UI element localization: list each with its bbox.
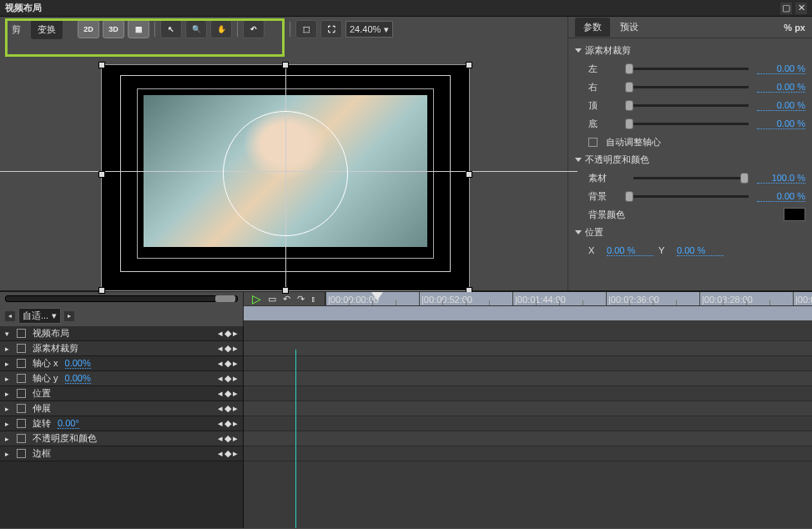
track-header[interactable]: ▸轴心 y0.00%◂◆▸ [0,371,243,386]
resize-handle[interactable] [98,171,105,178]
resize-handle[interactable] [466,171,472,178]
track-checkbox[interactable] [17,359,26,368]
group-source-crop[interactable]: 源素材裁剪 [575,42,805,59]
track-lane[interactable] [244,356,812,371]
next-key-icon[interactable]: ↷ [297,294,305,305]
value-opacity-bg[interactable]: 0.00 % [757,191,805,202]
value-crop-bottom[interactable]: 0.00 % [757,118,805,129]
hand-tool[interactable]: ✋ [210,20,232,38]
next-keyframe-icon[interactable]: ▸ [233,328,238,339]
track-header[interactable]: ▸位置◂◆▸ [0,386,243,401]
prev-keyframe-icon[interactable]: ◂ [218,373,223,384]
track-header[interactable]: ▾视频布局◂◆▸ [0,326,243,341]
next-keyframe-icon[interactable]: ▸ [233,448,238,459]
track-checkbox[interactable] [17,329,26,338]
prev-keyframe-icon[interactable]: ◂ [218,328,223,339]
resize-handle[interactable] [282,287,289,294]
value-opacity-material[interactable]: 100.0 % [757,173,805,184]
add-keyframe-icon[interactable]: ◆ [224,343,231,354]
track-value[interactable]: 0.00% [65,358,91,369]
track-header[interactable]: ▸伸展◂◆▸ [0,401,243,416]
slider-crop-bottom[interactable] [625,123,749,125]
slider-crop-top[interactable] [625,104,749,107]
graph-icon[interactable]: ⫾ [311,294,316,304]
add-keyframe-icon[interactable]: ◆ [224,388,231,399]
tab-presets[interactable]: 预设 [612,18,647,37]
prev-keyframe-icon[interactable]: ◂ [218,433,223,444]
fit-combo[interactable]: 自适...▾ [18,308,61,324]
resize-handle[interactable] [98,62,105,68]
grid-icon[interactable]: ▦ [128,20,149,38]
undo-icon[interactable]: ↶ [243,20,265,38]
track-header[interactable]: ▸不透明度和颜色◂◆▸ [0,431,243,446]
resize-handle[interactable] [466,62,472,68]
add-keyframe-icon[interactable]: ◆ [224,418,231,429]
track-header[interactable]: ▸边框◂◆▸ [0,446,243,461]
expand-icon[interactable]: ▸ [5,360,13,368]
resize-handle[interactable] [98,287,105,294]
add-keyframe-icon[interactable]: ◆ [224,403,231,414]
preview-canvas[interactable] [102,65,469,290]
track-checkbox[interactable] [17,419,26,428]
fit-icon[interactable]: ⬚ [295,20,317,38]
value-crop-right[interactable]: 0.00 % [757,82,805,93]
track-lane[interactable] [244,416,812,431]
tab-crop[interactable]: 剪 [5,20,28,39]
next-keyframe-icon[interactable]: ▸ [233,388,238,399]
track-header[interactable]: ▸轴心 x0.00%◂◆▸ [0,356,243,371]
expand-icon[interactable]: ▸ [5,345,13,353]
time-ruler[interactable]: |00:00:00:00|00:00:52:00|00:01:44:00|00:… [325,292,812,305]
mode-2d-button[interactable]: 2D [78,20,99,38]
tab-transform[interactable]: 变换 [31,20,63,39]
expand-icon[interactable]: ▸ [5,375,13,383]
expand-icon[interactable]: ▾ [5,330,13,338]
track-lane[interactable] [244,431,812,446]
expand-icon[interactable]: ▸ [5,420,13,428]
zoom-dropdown[interactable]: 24.40% ▾ [345,21,393,38]
prev-key-icon[interactable]: ↶ [283,294,290,305]
track-checkbox[interactable] [17,449,26,458]
rotation-gizmo[interactable] [223,111,348,236]
expand-icon[interactable]: ▸ [5,405,13,413]
next-keyframe-icon[interactable]: ▸ [233,403,238,414]
track-header[interactable]: ▸源素材裁剪◂◆▸ [0,341,243,356]
group-position[interactable]: 位置 [575,224,805,241]
track-value[interactable]: 0.00% [65,373,91,384]
track-checkbox[interactable] [17,374,26,383]
slider-opacity-material[interactable] [633,177,749,179]
add-keyframe-icon[interactable]: ◆ [224,328,231,339]
slider-crop-right[interactable] [625,86,749,88]
play-button[interactable]: ▷ [252,292,261,305]
mode-3d-button[interactable]: 3D [103,20,124,38]
close-button[interactable]: ✕ [795,3,807,14]
scroll-right-icon[interactable]: ▸ [64,311,74,321]
playhead-line[interactable] [295,350,296,528]
value-pos-y[interactable]: 0.00 % [677,245,724,256]
slider-crop-left[interactable] [625,68,749,70]
group-opacity-color[interactable]: 不透明度和颜色 [575,151,805,169]
add-keyframe-icon[interactable]: ◆ [224,373,231,384]
tab-parameters[interactable]: 参数 [575,18,610,37]
track-lane[interactable] [244,371,812,386]
expand-icon[interactable]: ▸ [5,435,13,443]
next-keyframe-icon[interactable]: ▸ [233,433,238,444]
track-lane[interactable] [244,341,812,356]
prev-keyframe-icon[interactable]: ◂ [218,403,223,414]
add-keyframe-icon[interactable]: ◆ [224,448,231,459]
slider-opacity-bg[interactable] [625,195,749,198]
value-crop-top[interactable]: 0.00 % [757,100,805,111]
track-lanes[interactable] [244,326,812,528]
track-lane[interactable] [244,386,812,401]
track-lane[interactable] [244,401,812,416]
color-swatch-bg[interactable] [784,208,805,221]
track-checkbox[interactable] [17,404,26,413]
expand-icon[interactable]: ⛶ [320,20,342,38]
zoom-scrubber[interactable] [5,295,238,302]
zoom-tool[interactable]: 🔍 [185,20,207,38]
expand-icon[interactable]: ▸ [5,450,13,458]
track-lane[interactable] [244,326,812,341]
next-keyframe-icon[interactable]: ▸ [233,418,238,429]
track-checkbox[interactable] [17,389,26,398]
track-lane[interactable] [244,446,812,461]
prev-keyframe-icon[interactable]: ◂ [218,418,223,429]
